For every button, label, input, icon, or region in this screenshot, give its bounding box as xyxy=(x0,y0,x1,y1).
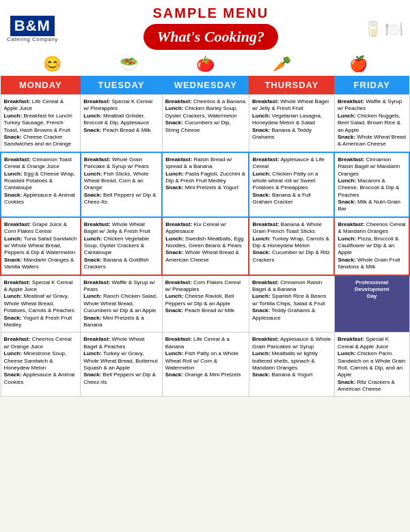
table-row: Breakfast: Life Cereal & Apple JuiceLunc… xyxy=(1,95,409,152)
logo-name: B&M xyxy=(10,16,55,36)
cell-content: Breakfast: Raisin Bread w/ spread & a Ba… xyxy=(165,156,245,191)
cell-content: Breakfast: Special K Cereal w/ Pineapple… xyxy=(83,98,152,133)
apple-icon: 🍎 xyxy=(349,55,368,73)
title-area: SAMPLE MENU What's Cooking? xyxy=(58,5,364,53)
menu-cell: Breakfast: Banana & Whole Grain French T… xyxy=(249,217,334,275)
menu-cell: Breakfast: Cheerios & a BananaLunch: Chi… xyxy=(162,95,249,152)
cell-content: Breakfast: Cinnamon Toast Cereal & Orang… xyxy=(4,156,75,205)
table-row: Breakfast: Cheerios Cereal w/ Orange Jui… xyxy=(1,333,409,397)
cell-content: Breakfast: Cinnamon Raisin Bagel & a Ban… xyxy=(252,279,327,321)
table-row: Breakfast: Special K Cereal & Apple Juic… xyxy=(1,275,409,333)
th-thursday: THURSDAY xyxy=(249,76,334,95)
menu-cell: Breakfast: Special K Cereal & Apple Juic… xyxy=(334,333,409,397)
cell-content: Breakfast: Kix Cereal w/ ApplesauceLunch… xyxy=(165,221,243,263)
th-monday: MONDAY xyxy=(1,76,81,95)
cell-content: Breakfast: Corn Flakes Cereal w/ Pineapp… xyxy=(165,279,241,314)
menu-cell: Breakfast: Applesauce & Life CerealLunch… xyxy=(249,152,334,217)
cell-content: Breakfast: Life Cereal & Apple JuiceLunc… xyxy=(4,98,73,147)
th-friday: FRIDAY xyxy=(334,76,409,95)
menu-cell: Breakfast: Raisin Bread w/ spread & a Ba… xyxy=(162,152,249,217)
milk-icon: 🥛 xyxy=(364,20,382,38)
cell-content: Breakfast: Cheerios Cereal w/ Orange Jui… xyxy=(4,336,75,384)
menu-cell: Breakfast: Special K Cereal w/ Pineapple… xyxy=(81,95,163,152)
cell-content: Breakfast: Special K Cereal & Apple Juic… xyxy=(338,336,405,392)
header-row: MONDAY TUESDAY WEDNESDAY THURSDAY FRIDAY xyxy=(1,76,409,95)
page-title: SAMPLE MENU xyxy=(58,5,364,21)
th-wednesday: WEDNESDAY xyxy=(162,76,249,95)
cell-content: Breakfast: Whole Wheat Bagel w/ Jelly & … xyxy=(84,221,150,270)
menu-cell: Breakfast: Special K Cereal & Apple Juic… xyxy=(1,275,81,333)
cell-content: Breakfast: Whole Wheat Bagel w/ Jelly & … xyxy=(252,98,329,140)
cell-content: Breakfast: Banana & Whole Grain French T… xyxy=(252,221,329,263)
menu-cell: Breakfast: Grape Juice & Corn Flakes Cer… xyxy=(1,217,81,275)
menu-cell: Breakfast: Cinnamon Toast Cereal & Orang… xyxy=(1,152,81,217)
bowl-icon: 🥗 xyxy=(120,55,138,73)
header: B&M Catering Company SAMPLE MENU What's … xyxy=(0,0,410,53)
logo: B&M Catering Company xyxy=(7,16,58,42)
logo-subtitle: Catering Company xyxy=(7,36,58,42)
table-row: Breakfast: Grape Juice & Corn Flakes Cer… xyxy=(1,217,409,275)
prof-dev-line3: Day xyxy=(367,293,377,299)
menu-cell: Breakfast: Waffle & Syrup w/ PearsLunch:… xyxy=(81,275,163,333)
cell-content: Breakfast: Applesauce & Life CerealLunch… xyxy=(252,156,324,205)
menu-cell: Breakfast: Applesauce & Whole Grain Panc… xyxy=(249,333,334,397)
cell-content: Breakfast: Special K Cereal & Apple Juic… xyxy=(4,279,74,328)
menu-cell: Breakfast: Cheerios Cereal w/ Orange Jui… xyxy=(1,333,81,397)
menu-cell: Breakfast: Corn Flakes Cereal w/ Pineapp… xyxy=(162,275,249,333)
cell-content: Breakfast: Cheerios & a BananaLunch: Chi… xyxy=(165,98,245,133)
tomato-icon: 🍅 xyxy=(196,55,215,73)
decorative-icons: 😊 🥗 🍅 🥕 🍎 xyxy=(0,53,410,76)
whats-cooking-banner: What's Cooking? xyxy=(144,24,278,50)
professional-development-cell: ProfessionalDevelopmentDay xyxy=(334,275,409,333)
menu-cell: Breakfast: Kix Cereal w/ ApplesauceLunch… xyxy=(162,217,249,275)
food-icon-2: 🍽️ xyxy=(385,20,403,38)
face-icon: 😊 xyxy=(43,55,62,73)
menu-cell: Breakfast: Waffle & Syrup w/ PeachesLunc… xyxy=(334,95,409,152)
cell-content: Breakfast: Grape Juice & Corn Flakes Cer… xyxy=(4,221,77,270)
header-icons: 🥛 🍽️ xyxy=(364,20,403,38)
prof-dev-line2: Development xyxy=(355,286,389,292)
menu-cell: Breakfast: Life Cereal & a BananaLunch: … xyxy=(162,333,249,397)
page: B&M Catering Company SAMPLE MENU What's … xyxy=(0,0,410,397)
menu-cell: Breakfast: Life Cereal & Apple JuiceLunc… xyxy=(1,95,81,152)
menu-cell: Breakfast: Whole Wheat Bagel w/ Jelly & … xyxy=(249,95,334,152)
menu-cell: Breakfast: Whole Wheat Bagel w/ Jelly & … xyxy=(81,217,163,275)
menu-cell: Breakfast: Cinnamon Raisin Bagel w/ Mand… xyxy=(334,152,409,217)
menu-cell: Breakfast: Cheerios Cereal & Mandarin Or… xyxy=(334,217,409,275)
cell-content: Breakfast: Whole Grain Pancake & Syrup w… xyxy=(84,156,156,205)
cell-content: Breakfast: Cheerios Cereal & Mandarin Or… xyxy=(338,221,405,270)
cell-content: Breakfast: Whole Wheat Bagel & PeachesLu… xyxy=(83,336,158,384)
cell-content: Breakfast: Waffle & Syrup w/ PearsLunch:… xyxy=(83,279,157,328)
menu-cell: Breakfast: Whole Grain Pancake & Syrup w… xyxy=(81,152,163,217)
menu-cell: Breakfast: Whole Wheat Bagel & PeachesLu… xyxy=(81,333,163,397)
cell-content: Breakfast: Cinnamon Raisin Bagel w/ Mand… xyxy=(338,156,400,212)
table-row: Breakfast: Cinnamon Toast Cereal & Orang… xyxy=(1,152,409,217)
cell-content: Breakfast: Applesauce & Whole Grain Panc… xyxy=(252,336,331,378)
cell-content: Breakfast: Waffle & Syrup w/ PeachesLunc… xyxy=(338,98,406,147)
cell-content: Breakfast: Life Cereal & a BananaLunch: … xyxy=(165,336,241,378)
carrot-icon: 🥕 xyxy=(273,55,291,73)
menu-table: MONDAY TUESDAY WEDNESDAY THURSDAY FRIDAY… xyxy=(0,76,410,397)
th-tuesday: TUESDAY xyxy=(81,76,163,95)
menu-cell: Breakfast: Cinnamon Raisin Bagel & a Ban… xyxy=(249,275,334,333)
prof-dev-line1: Professional xyxy=(355,279,388,285)
